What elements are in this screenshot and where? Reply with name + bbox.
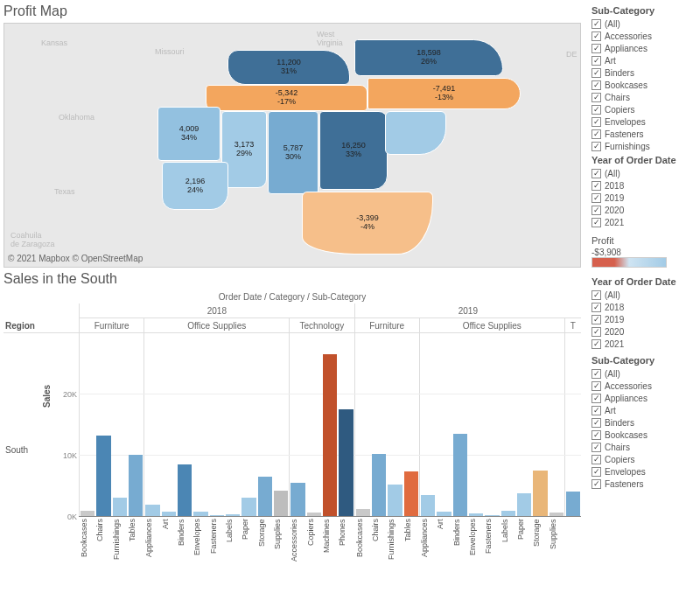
subcat-item-2[interactable]: ✓Appliances (592, 42, 700, 54)
x-label: Storage (257, 517, 273, 566)
year2-item-2[interactable]: ✓2019 (592, 313, 700, 325)
x-label: Accessories (290, 517, 305, 566)
subcat2-item-9[interactable]: ✓Fasteners (592, 478, 700, 490)
x-label: Tables (128, 517, 144, 566)
checkbox-label: Furnishings (605, 142, 650, 151)
y-tick-1: 10K (63, 451, 77, 460)
bg-de: DE (564, 48, 579, 60)
year-item-0[interactable]: ✓(All) (592, 167, 700, 179)
checkbox-icon: ✓ (592, 327, 601, 337)
checkbox-icon: ✓ (592, 105, 601, 115)
subcat-item-7[interactable]: ✓Copiers (592, 103, 700, 115)
subcat-item-8[interactable]: ✓Envelopes (592, 115, 700, 128)
state-georgia[interactable]: 16,25033% (319, 111, 388, 190)
checkbox-label: Art (605, 406, 616, 415)
checkbox-label: Fasteners (605, 129, 643, 139)
bg-wv: West Virginia (315, 28, 345, 49)
chart-title: Sales in the South (0, 268, 586, 290)
checkbox-label: Copiers (605, 105, 634, 115)
x-label (565, 517, 581, 566)
sales-chart[interactable]: Order Date / Category / Sub-Category Reg… (4, 290, 581, 566)
x-label: Appliances (144, 517, 160, 566)
subcat2-item-1[interactable]: ✓Accessories (592, 380, 700, 392)
subcat-item-10[interactable]: ✓Furnishings (592, 140, 700, 152)
checkbox-label: Appliances (605, 394, 648, 403)
checkbox-label: Bookcases (605, 430, 648, 440)
category-header: Furniture (79, 318, 144, 333)
checkbox-icon: ✓ (592, 479, 601, 489)
bg-missouri: Missouri (153, 45, 186, 58)
subcat-item-1[interactable]: ✓Accessories (592, 30, 700, 42)
state-arkansas[interactable]: 4,00934% (158, 107, 220, 161)
year2-item-0[interactable]: ✓(All) (592, 289, 700, 301)
state-florida[interactable]: -3,399-4% (302, 192, 433, 255)
checkbox-icon: ✓ (592, 80, 601, 90)
state-louisiana[interactable]: 2,19624% (162, 162, 228, 210)
state-kentucky[interactable]: 11,20031% (228, 50, 350, 85)
checkbox-label: Copiers (605, 455, 634, 464)
filter-year2-title: Year of Order Date (592, 276, 700, 287)
checkbox-label: 2018 (605, 181, 624, 191)
checkbox-icon: ✓ (592, 56, 601, 66)
subcat2-item-3[interactable]: ✓Art (592, 404, 700, 416)
x-label: Storage (532, 517, 548, 566)
subcat-item-4[interactable]: ✓Binders (592, 66, 700, 79)
checkbox-icon: ✓ (592, 206, 601, 215)
subcat2-item-7[interactable]: ✓Copiers (592, 453, 700, 465)
checkbox-icon: ✓ (592, 44, 601, 53)
filter-subcat-title: Sub-Category (592, 5, 700, 16)
subcat2-item-5[interactable]: ✓Bookcases (592, 429, 700, 441)
subcat-item-3[interactable]: ✓Art (592, 54, 700, 66)
state-alabama[interactable]: 5,78730% (268, 111, 318, 194)
subcat-item-9[interactable]: ✓Fasteners (592, 128, 700, 140)
subcat2-item-2[interactable]: ✓Appliances (592, 392, 700, 404)
checkbox-label: (All) (605, 369, 620, 379)
subcat2-item-4[interactable]: ✓Binders (592, 416, 700, 429)
year-header: 2018 (79, 303, 354, 318)
checkbox-label: Chairs (605, 93, 630, 102)
x-label: Art (161, 517, 177, 566)
x-label: Tables (403, 517, 419, 566)
checkbox-label: Accessories (605, 381, 652, 391)
axis-title: Order Date / Category / Sub-Category (4, 290, 581, 303)
year2-item-3[interactable]: ✓2020 (592, 325, 700, 338)
year-item-1[interactable]: ✓2018 (592, 179, 700, 192)
x-label: Binders (452, 517, 468, 566)
checkbox-icon: ✓ (592, 443, 601, 452)
x-label: Fasteners (209, 517, 225, 566)
bg-oklahoma: Oklahoma (57, 111, 96, 123)
x-label: Labels (500, 517, 516, 566)
subcat2-item-6[interactable]: ✓Chairs (592, 441, 700, 453)
x-label: Paper (241, 517, 256, 566)
x-label: Supplies (273, 517, 289, 566)
category-header: Office Supplies (419, 318, 564, 333)
checkbox-label: Accessories (605, 31, 652, 41)
region-value: South (4, 333, 47, 566)
state-south-carolina[interactable] (385, 111, 446, 155)
subcat2-item-0[interactable]: ✓(All) (592, 367, 700, 380)
checkbox-icon: ✓ (592, 394, 601, 403)
year2-item-1[interactable]: ✓2018 (592, 301, 700, 313)
year-item-2[interactable]: ✓2019 (592, 192, 700, 204)
year2-item-4[interactable]: ✓2021 (592, 338, 700, 350)
checkbox-icon: ✓ (592, 381, 601, 391)
subcat-item-0[interactable]: ✓(All) (592, 17, 700, 30)
legend-profit-bar[interactable] (592, 257, 667, 268)
checkbox-label: (All) (605, 169, 620, 178)
x-label: Art (436, 517, 452, 566)
year-item-4[interactable]: ✓2021 (592, 216, 700, 228)
subcat2-item-8[interactable]: ✓Envelopes (592, 465, 700, 478)
x-label: Paper (516, 517, 532, 566)
subcat-item-6[interactable]: ✓Chairs (592, 91, 700, 103)
subcat-item-5[interactable]: ✓Bookcases (592, 79, 700, 91)
state-north-carolina[interactable]: -7,491-13% (368, 78, 521, 109)
x-label: Fasteners (484, 517, 500, 566)
year-item-3[interactable]: ✓2020 (592, 204, 700, 216)
checkbox-icon: ✓ (592, 193, 601, 203)
category-header: Technology (289, 318, 354, 333)
profit-map[interactable]: Kansas Missouri West Virginia Oklahoma T… (4, 23, 581, 268)
x-label: Copiers (306, 517, 322, 566)
x-label: Machines (322, 517, 338, 566)
state-tennessee[interactable]: -5,342-17% (206, 85, 368, 111)
state-virginia[interactable]: 18,59826% (354, 39, 503, 76)
